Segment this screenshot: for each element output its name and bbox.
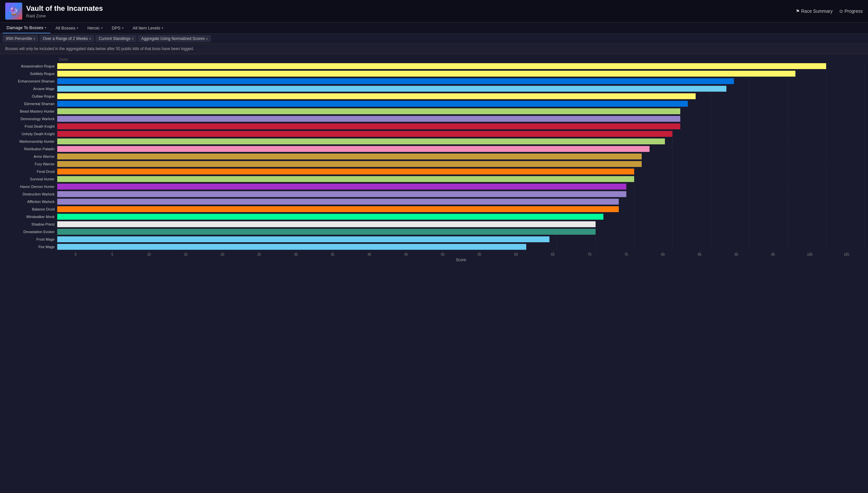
bar-track — [57, 244, 865, 250]
race-summary-link[interactable]: ⚑ Race Summary — [796, 8, 833, 14]
subnav-aggregate[interactable]: Aggregate Using Normalized Scores ▾ — [138, 35, 211, 42]
bar-label: Retribution Paladin — [3, 147, 57, 151]
x-axis: 0510152025303540455055606570758085909510… — [57, 251, 865, 256]
nav-all-item-levels[interactable]: All Item Levels ▾ — [129, 23, 167, 34]
bar-fill[interactable] — [57, 146, 649, 152]
table-row: Fire Mage — [3, 243, 865, 251]
race-summary-label: Race Summary — [801, 8, 833, 14]
nav-heroic[interactable]: Heroic ▾ — [84, 23, 107, 34]
bar-fill[interactable] — [57, 221, 596, 227]
nav-all-item-levels-arrow: ▾ — [162, 26, 163, 30]
bar-fill[interactable] — [57, 184, 626, 190]
table-row: Balance Druid — [3, 206, 865, 213]
bar-track — [57, 221, 865, 227]
bar-fill[interactable] — [57, 131, 672, 137]
bar-fill[interactable] — [57, 199, 619, 205]
bar-fill[interactable] — [57, 108, 680, 114]
x-tick: 30 — [277, 253, 314, 256]
table-row: Fury Warrior — [3, 160, 865, 168]
bar-fill[interactable] — [57, 123, 680, 129]
x-tick: 20 — [204, 253, 241, 256]
info-text: Bosses will only be included in the aggr… — [5, 46, 194, 51]
subnav-range[interactable]: Over a Range of 2 Weeks ▾ — [40, 35, 94, 42]
x-tick: 80 — [645, 253, 681, 256]
bar-label: Frost Death Knight — [3, 124, 57, 128]
table-row: Devastation Evoker — [3, 228, 865, 235]
nav-damage-to-bosses[interactable]: Damage To Bosses ▾ — [3, 23, 50, 34]
bar-fill[interactable] — [57, 236, 549, 242]
bar-track — [57, 191, 865, 197]
bar-track — [57, 138, 865, 144]
subnav-percentile[interactable]: 95th Percentile ▾ — [3, 35, 38, 42]
zoom-label: Zoom — [59, 57, 865, 61]
x-tick: 50 — [424, 253, 461, 256]
bar-label: Subtlety Rogue — [3, 72, 57, 76]
bar-fill[interactable] — [57, 71, 795, 77]
table-row: Beast Mastery Hunter — [3, 108, 865, 115]
bar-label: Assassination Rogue — [3, 64, 57, 68]
bar-fill[interactable] — [57, 161, 642, 167]
table-row: Marksmanship Hunter — [3, 138, 865, 145]
table-row: Destruction Warlock — [3, 191, 865, 198]
progress-label: Progress — [844, 8, 863, 14]
bar-label: Affliction Warlock — [3, 200, 57, 203]
subnav-range-arrow: ▾ — [89, 37, 91, 41]
table-row: Frost Death Knight — [3, 123, 865, 130]
bar-label: Frost Mage — [3, 237, 57, 241]
table-row: Outlaw Rogue — [3, 93, 865, 100]
bar-track — [57, 169, 865, 174]
x-tick: 40 — [351, 253, 388, 256]
x-tick: 100 — [792, 253, 828, 256]
bar-fill[interactable] — [57, 93, 695, 99]
bar-track — [57, 153, 865, 159]
bar-track — [57, 199, 865, 205]
x-tick: 90 — [718, 253, 755, 256]
bar-label: Enhancement Shaman — [3, 79, 57, 83]
clock-icon: ⊙ — [839, 8, 843, 14]
bar-fill[interactable] — [57, 206, 619, 212]
nav-all-item-levels-label: All Item Levels — [133, 25, 161, 30]
nav-dps[interactable]: DPS ▾ — [108, 23, 128, 34]
bar-track — [57, 184, 865, 190]
bar-fill[interactable] — [57, 229, 596, 235]
x-tick: 5 — [94, 253, 131, 256]
x-tick: 105 — [828, 253, 865, 256]
bar-fill[interactable] — [57, 214, 603, 220]
table-row: Assassination Rogue — [3, 63, 865, 70]
subnav-standings[interactable]: Current Standings ▾ — [95, 35, 137, 42]
subnav-range-label: Over a Range of 2 Weeks — [43, 36, 88, 41]
nav-heroic-label: Heroic — [87, 25, 100, 30]
bar-track — [57, 108, 865, 114]
x-tick: 55 — [461, 253, 498, 256]
app-header: 🔮 Vault of the Incarnates Raid Zone ⚑ Ra… — [0, 0, 868, 23]
bar-fill[interactable] — [57, 191, 626, 197]
bar-label: Beast Mastery Hunter — [3, 109, 57, 113]
nav-all-bosses[interactable]: All Bosses ▾ — [52, 23, 83, 34]
table-row: Unholy Death Knight — [3, 130, 865, 137]
bar-track — [57, 116, 865, 122]
subnav-percentile-label: 95th Percentile — [6, 36, 32, 41]
bar-label: Havoc Demon Hunter — [3, 185, 57, 189]
x-tick: 60 — [498, 253, 534, 256]
bar-fill[interactable] — [57, 86, 726, 92]
table-row: Demonology Warlock — [3, 115, 865, 123]
bar-label: Elemental Shaman — [3, 102, 57, 106]
bar-fill[interactable] — [57, 116, 680, 122]
bar-label: Feral Druid — [3, 170, 57, 173]
bar-fill[interactable] — [57, 78, 734, 84]
bar-fill[interactable] — [57, 153, 642, 159]
bar-label: Fury Warrior — [3, 162, 57, 166]
subnav-aggregate-label: Aggregate Using Normalized Scores — [141, 36, 205, 41]
bar-label: Windwalker Monk — [3, 215, 57, 219]
table-row: Frost Mage — [3, 236, 865, 243]
bar-fill[interactable] — [57, 138, 665, 144]
bar-fill[interactable] — [57, 244, 526, 250]
progress-link[interactable]: ⊙ Progress — [839, 8, 863, 14]
bar-fill[interactable] — [57, 169, 634, 174]
bar-fill[interactable] — [57, 101, 688, 107]
bar-label: Unholy Death Knight — [3, 132, 57, 136]
bar-track — [57, 93, 865, 99]
bar-fill[interactable] — [57, 63, 826, 69]
bar-fill[interactable] — [57, 176, 634, 182]
nav-dps-label: DPS — [112, 25, 121, 30]
